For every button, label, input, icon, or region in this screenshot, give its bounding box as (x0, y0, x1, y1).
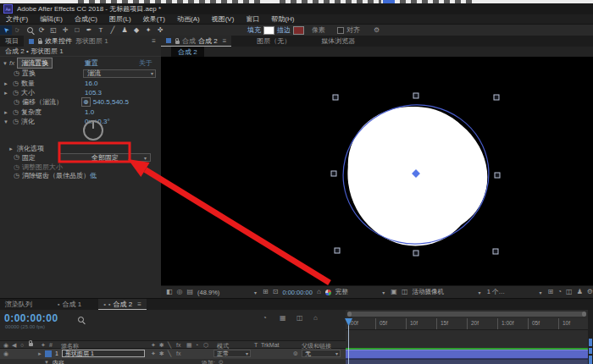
menu-layer[interactable]: 图层(L) (103, 14, 137, 24)
contents-row[interactable]: ▼ 内容 添加: ⊙ (0, 359, 346, 364)
add-shape-icon[interactable]: ⊙ (219, 359, 224, 364)
trkmat-column[interactable]: TrkMat (261, 342, 280, 348)
time-ruler[interactable]: :00f 05f 10f 15f 20f 1:00f 05f 10f (346, 318, 588, 330)
timeline-search-icon[interactable] (78, 317, 84, 323)
show-channel-icon[interactable] (325, 290, 331, 295)
draft-3d-icon[interactable]: ◎ (177, 289, 183, 295)
current-time-display[interactable]: 0:00:00:00 (4, 312, 58, 324)
tab-effect-controls[interactable]: 效果控件 形状图层 1 ≡ (24, 36, 161, 47)
orbit-camera-tool-button[interactable]: ⟳ (36, 25, 47, 35)
displacement-dropdown[interactable]: 湍流 ▾ (83, 69, 156, 78)
type-tool-button[interactable]: T (95, 25, 107, 35)
contents-twirl-icon[interactable]: ▼ (44, 360, 49, 364)
shape-tool-button[interactable]: □ (71, 25, 83, 35)
ruler-icon[interactable]: ⊞ (263, 289, 269, 295)
roto-brush-tool-button[interactable]: ✦ (142, 25, 154, 35)
tab-project[interactable]: 项目 (0, 36, 24, 47)
draft-3d-toggle-icon[interactable]: ▦ (280, 315, 286, 322)
stopwatch-icon[interactable]: ◷ (13, 90, 19, 97)
stopwatch-icon[interactable]: ◷ (14, 70, 19, 77)
stopwatch-icon[interactable]: ◷ (13, 119, 19, 125)
preview-time[interactable]: 0:00:00:00 (282, 289, 312, 296)
antialias-value[interactable]: 低 (90, 171, 97, 180)
eye-toggle[interactable]: ◉ (3, 350, 8, 356)
grid-guides-icon[interactable]: ▤ (187, 289, 194, 295)
active-comp-chip[interactable]: 合成 2 (171, 47, 204, 58)
mask-visibility-icon[interactable]: ⊡ (273, 289, 279, 295)
magnification-select[interactable]: (48.9%) (197, 289, 219, 296)
stopwatch-icon[interactable]: ◷ (14, 164, 19, 171)
zoom-tool-button[interactable] (24, 25, 36, 35)
transparency-grid-icon[interactable]: ◫ (402, 289, 408, 295)
menu-edit[interactable]: 编辑(E) (34, 14, 69, 24)
add-label[interactable]: 添加: (202, 359, 215, 364)
layer-twirl-icon[interactable]: ► (37, 351, 42, 356)
resolution-select[interactable]: 完整 (335, 288, 348, 296)
stroke-color-swatch[interactable] (293, 26, 304, 35)
panel-menu-icon[interactable]: ≡ (223, 37, 227, 45)
camera-tool-button[interactable]: ◱ (47, 25, 59, 35)
size-value[interactable]: 105.3 (85, 89, 102, 97)
tab-media-browser[interactable]: 媒体浏览器 (316, 36, 360, 47)
panel-menu-icon[interactable]: ≡ (137, 301, 141, 308)
timeline-jump-icon[interactable]: ◫ (566, 289, 573, 295)
hide-shy-layers-icon[interactable]: ◫ (296, 315, 303, 322)
puppet-pin-tool-button[interactable]: ✜ (154, 25, 166, 35)
tab-comp2-timeline[interactable]: • ▪ 合成 2 ≡ (98, 299, 147, 310)
tab-comp1-timeline[interactable]: ▪ 合成 1 (53, 299, 86, 310)
hand-tool-button[interactable]: ☞ (12, 25, 24, 35)
view-layout-select[interactable]: 1 个… (487, 288, 505, 296)
fx-badge-icon[interactable]: fx (9, 60, 14, 67)
selection-tool-button[interactable]: ➤ (0, 25, 12, 35)
effect-reset-link[interactable]: 重置 (85, 58, 98, 68)
stopwatch-icon[interactable]: ◷ (14, 99, 19, 106)
tab-composition[interactable]: 合成 合成 2 ≡ (161, 36, 231, 47)
pickwhip-icon[interactable]: ⊚ (293, 350, 298, 356)
layer-name[interactable]: 形状图层 1 (62, 350, 145, 357)
twirl-closed-icon[interactable]: ► (3, 91, 8, 96)
clone-stamp-tool-button[interactable]: ♟ (119, 25, 130, 35)
pen-tool-button[interactable]: ✒ (83, 25, 95, 35)
layer-collapse-switch[interactable]: ✱ (159, 350, 164, 356)
twirl-closed-icon[interactable]: ► (3, 110, 8, 115)
fast-previews-icon[interactable]: ◔ (557, 289, 562, 295)
snap-checkbox[interactable] (337, 27, 344, 34)
menu-help[interactable]: 帮助(H) (265, 14, 300, 24)
timeline-scrollbar[interactable] (588, 310, 593, 364)
layer-mode-dropdown[interactable]: 正常 ▾ (213, 350, 251, 357)
parent-dropdown[interactable]: 无 ▾ (302, 350, 341, 357)
stopwatch-icon[interactable]: ◷ (14, 154, 19, 161)
evolution-dial[interactable] (83, 120, 103, 141)
layer-quality-switch[interactable]: ╲ (168, 350, 171, 356)
stopwatch-icon[interactable]: ◷ (14, 173, 19, 179)
toolbar-gear-icon[interactable]: ⚙ (374, 27, 380, 34)
stopwatch-icon[interactable]: ◷ (13, 80, 19, 87)
layer-row-shape-layer[interactable]: ◉ ► 1 形状图层 1 ✦ ✱ ╲ fx 正常 ▾ ⊚ 无 ▾ (0, 349, 346, 359)
pinning-dropdown[interactable]: 全部固定 ▾ (59, 153, 151, 162)
flowchart-icon[interactable]: ◧ (166, 289, 173, 295)
comp-flow-icon[interactable]: ♟ (577, 289, 583, 295)
menu-file[interactable]: 文件(F) (0, 14, 34, 24)
menu-animation[interactable]: 动画(A) (171, 14, 206, 24)
offset-value[interactable]: 540.5,540.5 (93, 98, 129, 106)
pixel-aspect-icon[interactable]: ⊞ (548, 289, 554, 295)
menu-view[interactable]: 视图(V) (206, 14, 241, 24)
stopwatch-icon[interactable]: ◷ (13, 109, 19, 116)
pan-behind-tool-button[interactable]: ✛ (59, 25, 71, 35)
snapshot-icon[interactable]: ⌂ (317, 289, 321, 295)
offset-crosshair-icon[interactable]: ⊕ (81, 97, 91, 107)
composition-mini-flowchart-icon[interactable]: ◔ (263, 315, 267, 322)
time-navigator[interactable] (347, 312, 586, 317)
twirl-closed-icon[interactable]: ► (3, 81, 8, 86)
brush-tool-button[interactable]: ╱ (107, 25, 119, 35)
tab-render-queue[interactable]: 渲染队列 (0, 299, 37, 310)
effect-name[interactable]: 湍流置换 (17, 58, 53, 69)
menu-window[interactable]: 窗口 (240, 14, 265, 24)
region-of-interest-icon[interactable]: ▣ (391, 289, 397, 295)
snap-label[interactable]: 对齐 (346, 25, 360, 35)
twirl-open-icon[interactable]: ▼ (3, 119, 8, 124)
twirl-closed-icon[interactable]: ► (8, 146, 14, 152)
lock-icon[interactable] (38, 41, 42, 44)
amount-value[interactable]: 16.0 (85, 80, 98, 87)
twirl-open-icon[interactable]: ▼ (3, 61, 8, 66)
